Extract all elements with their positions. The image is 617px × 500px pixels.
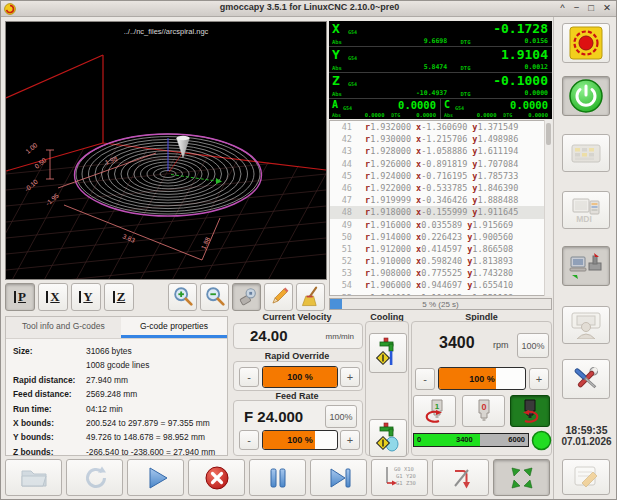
gcode-line[interactable]: 52 r 1.910000 x 0.598240 y 1.813893 — [330, 255, 551, 267]
feed-override-bar[interactable]: 100 % — [262, 430, 338, 450]
gcode-line-number: 53 — [330, 267, 352, 279]
fullscreen-preview-button[interactable] — [493, 459, 550, 496]
axis-position: 0.0000 — [398, 99, 436, 111]
gcode-line[interactable]: 41 r 1.932000 x -1.360690 y 1.371549 — [330, 121, 551, 133]
run-from-line-button[interactable]: G0 X10 G1 Y20 G1 Z30 — [371, 459, 428, 496]
abs-label: Abs — [332, 91, 342, 97]
gcode-view[interactable]: 41 r 1.932000 x -1.360690 y 1.371549 42 … — [329, 120, 552, 296]
dimensions-toggle-button[interactable] — [264, 283, 293, 311]
gcode-properties: Size: 31066 bytes 1008 gcode lines Rapid… — [6, 339, 227, 464]
property-row: Z bounds: -266.540 to -238.600 = 27.940 … — [8, 445, 225, 459]
scrollbar-thumb[interactable] — [546, 123, 551, 145]
run-button[interactable] — [127, 459, 184, 496]
dro-axis-row[interactable]: X G54 -0.1728 Abs 9.6698 DTG 0.0156 — [329, 21, 552, 46]
tab-gcode-properties[interactable]: G-code properties — [121, 317, 227, 338]
view-x-button[interactable]: X — [38, 283, 68, 311]
view-perspective-button[interactable]: P — [5, 283, 35, 311]
rapid-override-bar[interactable]: 100 % — [262, 366, 338, 388]
gcode-scrollbar[interactable] — [544, 120, 552, 296]
stop-icon — [203, 464, 231, 492]
gcode-line[interactable]: 55 r 1.904000 x 1.104083 y 1.551198 — [330, 292, 551, 296]
clear-plot-button[interactable] — [296, 283, 325, 311]
spindle-minus-button[interactable]: - — [415, 368, 435, 390]
stop-button[interactable] — [188, 459, 245, 496]
gcode-line[interactable]: 45 r 1.924000 x -0.716195 y 1.785733 — [330, 170, 551, 182]
gcode-line[interactable]: 44 r 1.926000 x -0.891819 y 1.707084 — [330, 158, 551, 170]
reload-file-button[interactable] — [66, 459, 123, 496]
mist-coolant-button[interactable] — [369, 419, 407, 457]
property-label — [8, 358, 86, 372]
gcode-line[interactable]: 53 r 1.908000 x 0.775525 y 1.743280 — [330, 267, 551, 279]
maximize-button[interactable]: □ — [588, 2, 595, 13]
zoom-out-button[interactable] — [200, 283, 229, 311]
current-velocity-title: Current Velocity — [231, 312, 363, 322]
feed-reset-button[interactable]: 100% — [325, 405, 357, 428]
abs-label: Abs — [332, 112, 341, 118]
gcode-line[interactable]: 48 r 1.918000 x -0.155999 y 1.911645 — [330, 206, 551, 218]
rapid-minus-button[interactable]: - — [239, 367, 259, 387]
dro-axis-row[interactable]: C G54 0.0000 Abs 0.0000 DTG 0.0000 — [441, 99, 552, 119]
property-value: 27.940 mm — [86, 373, 128, 387]
view-z-button[interactable]: Z — [104, 283, 134, 311]
spindle-stop-button[interactable]: 0 — [462, 395, 505, 427]
gcode-line[interactable]: 54 r 1.906000 x 0.944697 y 1.655410 — [330, 279, 551, 291]
rapid-override-value: 100 % — [287, 372, 313, 382]
emergency-stop-button[interactable] — [562, 23, 610, 63]
property-label: Size: — [8, 344, 86, 358]
abs-value: 0.0000 — [365, 112, 385, 118]
open-file-button[interactable] — [5, 459, 62, 496]
user-setup-icon — [570, 311, 602, 339]
spindle-ccw-button[interactable]: 1 — [413, 395, 456, 427]
reload-icon — [81, 464, 109, 492]
svg-text:G1 Z30: G1 Z30 — [396, 480, 416, 486]
auto-mode-button[interactable] — [562, 246, 610, 286]
dro-axis-row[interactable]: Y G54 1.9104 Abs 5.8474 DTG 0.0012 — [329, 47, 552, 72]
spindle-reset-button[interactable]: 100% — [517, 333, 549, 358]
dro-axis-row[interactable]: Z G54 -0.1000 Abs -10.4937 DTG 0.0000 — [329, 73, 552, 98]
tab-tool-info[interactable]: Tool info and G-codes — [6, 317, 121, 338]
tool-view-icon — [235, 285, 259, 309]
edit-gcode-button[interactable] — [562, 459, 610, 495]
gcode-line[interactable]: 42 r 1.930000 x -1.215706 y 1.498986 — [330, 133, 551, 145]
gcode-line[interactable]: 43 r 1.928000 x -1.058886 y 1.611194 — [330, 145, 551, 157]
mdi-mode-button[interactable]: MDI — [562, 191, 610, 229]
manual-mode-button[interactable] — [562, 134, 610, 172]
skip-optional-blocks-button[interactable] — [432, 459, 489, 496]
feed-plus-button[interactable]: + — [340, 430, 360, 450]
gcode-line[interactable]: 51 r 1.912000 x 0.414597 y 1.866508 — [330, 243, 551, 255]
spindle-cw-button[interactable] — [510, 395, 550, 427]
axis-letter: Z — [332, 73, 340, 88]
view-y-button[interactable]: Y — [71, 283, 101, 311]
spindle-ccw-icon: 1 — [418, 397, 452, 425]
title-bar[interactable]: gmoccapy 3.5.1 for LinuxCNC 2.10.0~pre0 … — [1, 1, 617, 17]
feed-override-value: 100 % — [287, 435, 313, 445]
property-row: Y bounds: 49.726 to 148.678 = 98.952 mm — [8, 430, 225, 444]
gcode-line[interactable]: 46 r 1.922000 x -0.533785 y 1.846390 — [330, 182, 551, 194]
property-row: Feed distance: 2569.248 mm — [8, 387, 225, 401]
flood-coolant-button[interactable] — [369, 333, 407, 373]
dtg-value: 0.0156 — [525, 37, 548, 45]
fullscreen-icon — [508, 464, 536, 492]
settings-button[interactable] — [562, 359, 610, 399]
setup-mode-button[interactable] — [562, 306, 610, 344]
dro-axis-row[interactable]: A G54 0.0000 Abs 0.0000 DTG 0.0000 — [329, 99, 440, 119]
shade-button[interactable]: ^ — [560, 2, 565, 13]
clock: 18:59:35 07.01.2026 — [554, 424, 617, 447]
gcode-line[interactable]: 49 r 1.916000 x 0.035589 y 1.915669 — [330, 219, 551, 231]
close-button[interactable]: ✕ — [603, 2, 612, 13]
spindle-override-bar[interactable]: 100 % — [438, 367, 526, 390]
pause-button[interactable] — [249, 459, 306, 496]
gcode-line[interactable]: 50 r 1.914000 x 0.226423 y 1.900560 — [330, 231, 551, 243]
tool-view-toggle-button[interactable] — [232, 283, 261, 311]
step-button[interactable] — [310, 459, 367, 496]
zoom-in-button[interactable] — [168, 283, 197, 311]
emergency-stop-icon — [569, 26, 603, 60]
feed-minus-button[interactable]: - — [239, 430, 259, 450]
gremlin-preview[interactable]: 1.00 0.50 -0.10 -1.95 1.98 3.83 1.88 ../… — [5, 21, 327, 280]
minimize-button[interactable]: − — [574, 2, 581, 13]
machine-on-button[interactable] — [562, 76, 610, 116]
spindle-plus-button[interactable]: + — [529, 368, 549, 390]
abs-value: 5.8474 — [424, 63, 447, 71]
gcode-line[interactable]: 47 r 1.919999 x -0.346426 y 1.888488 — [330, 194, 551, 206]
rapid-plus-button[interactable]: + — [340, 367, 360, 387]
